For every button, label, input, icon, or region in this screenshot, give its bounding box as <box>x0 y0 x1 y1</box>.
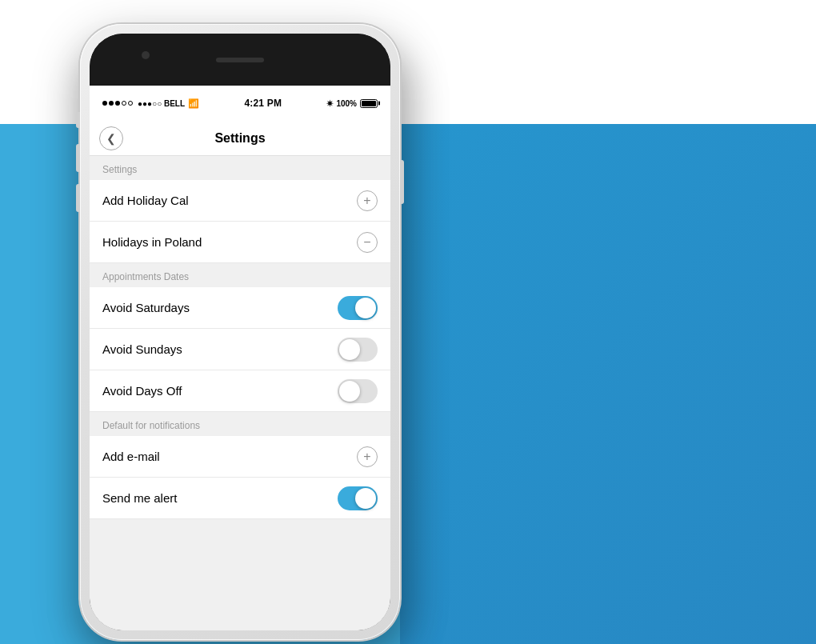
list-item-avoid-sundays[interactable]: Avoid Sundays <box>90 329 390 370</box>
signal-dot-3 <box>115 101 120 106</box>
phone-top <box>90 34 390 86</box>
section-header-notifications: Default for notifications <box>90 412 390 436</box>
background-person <box>400 124 816 644</box>
avoid-days-off-toggle[interactable] <box>338 379 378 403</box>
list-item-add-email[interactable]: Add e-mail + <box>90 436 390 478</box>
list-item-add-holiday-cal[interactable]: Add Holiday Cal + <box>90 180 390 222</box>
avoid-sundays-label: Avoid Sundays <box>102 342 338 356</box>
nav-bar: ❮ Settings <box>90 121 390 156</box>
carrier-label: ●●●○○ BELL <box>138 99 185 108</box>
signal-dots <box>102 101 133 106</box>
section-header-settings: Settings <box>90 156 390 180</box>
nav-title: Settings <box>123 131 357 146</box>
holidays-in-poland-icon[interactable]: − <box>357 232 378 253</box>
send-me-alert-toggle[interactable] <box>338 486 378 510</box>
add-holiday-cal-icon[interactable]: + <box>357 190 378 211</box>
list-item-holidays-in-poland[interactable]: Holidays in Poland − <box>90 222 390 263</box>
signal-dot-1 <box>102 101 107 106</box>
wifi-icon: 📶 <box>188 98 199 109</box>
volume-up-button[interactable] <box>76 144 80 172</box>
battery-icon <box>360 99 378 108</box>
signal-dot-4 <box>122 101 126 106</box>
settings-content: Settings Add Holiday Cal + Holidays in P… <box>90 156 390 630</box>
back-arrow-icon: ❮ <box>106 132 116 145</box>
list-item-send-me-alert[interactable]: Send me alert <box>90 478 390 519</box>
status-bar: ●●●○○ BELL 📶 4:21 PM ✷ 100% <box>90 86 390 121</box>
add-email-label: Add e-mail <box>102 450 357 463</box>
send-me-alert-label: Send me alert <box>102 491 338 505</box>
front-camera <box>142 51 150 59</box>
avoid-sundays-toggle[interactable] <box>338 338 378 362</box>
toggle-knob <box>355 298 376 318</box>
phone-screen: ●●●○○ BELL 📶 4:21 PM ✷ 100% <box>90 86 390 630</box>
status-right: ✷ 100% <box>326 99 378 108</box>
mute-switch[interactable] <box>76 112 80 128</box>
back-button[interactable]: ❮ <box>99 126 123 150</box>
list-item-avoid-saturdays[interactable]: Avoid Saturdays <box>90 287 390 329</box>
phone-shell: ●●●○○ BELL 📶 4:21 PM ✷ 100% <box>80 24 400 640</box>
toggle-knob <box>339 381 360 402</box>
avoid-saturdays-label: Avoid Saturdays <box>102 301 338 314</box>
signal-dot-5 <box>128 101 133 106</box>
phone-inner: ●●●○○ BELL 📶 4:21 PM ✷ 100% <box>90 34 390 630</box>
status-time: 4:21 PM <box>244 98 282 109</box>
add-holiday-cal-label: Add Holiday Cal <box>102 194 357 207</box>
avoid-saturdays-toggle[interactable] <box>338 296 378 320</box>
bluetooth-icon: ✷ <box>326 99 333 108</box>
power-button[interactable] <box>400 160 404 204</box>
volume-down-button[interactable] <box>76 184 80 212</box>
speaker <box>216 58 264 62</box>
avoid-days-off-label: Avoid Days Off <box>102 384 338 398</box>
toggle-knob <box>355 488 376 509</box>
section-header-appointments: Appointments Dates <box>90 263 390 287</box>
add-email-icon[interactable]: + <box>357 446 378 467</box>
status-left: ●●●○○ BELL 📶 <box>102 98 199 109</box>
battery-fill <box>362 101 376 106</box>
signal-dot-2 <box>109 101 114 106</box>
holidays-in-poland-label: Holidays in Poland <box>102 235 357 249</box>
toggle-knob <box>339 339 360 360</box>
list-item-avoid-days-off[interactable]: Avoid Days Off <box>90 370 390 412</box>
battery-percent: 100% <box>336 99 357 108</box>
